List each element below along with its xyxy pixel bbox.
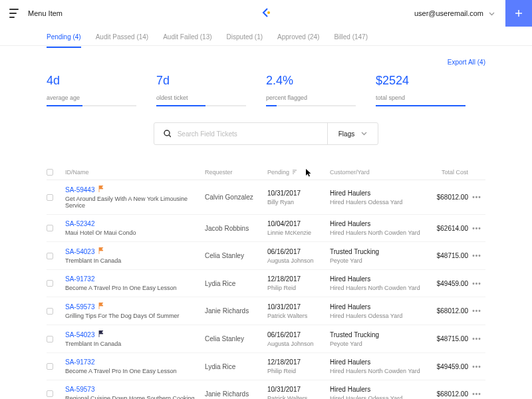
tab[interactable]: Pending (4): [47, 33, 81, 47]
ticket-id-link[interactable]: SA-91732: [65, 275, 94, 283]
requester: Celia Stanley: [205, 335, 267, 342]
tickets-table: ID/Name Requester Pending Customer/Yard …: [47, 165, 485, 399]
date: 12/18/2017: [267, 358, 330, 366]
col-id[interactable]: ID/Name: [65, 169, 205, 176]
cost: $68012.00: [426, 390, 468, 398]
table-row: SA-91732Become A Travel Pro In One Easy …: [47, 353, 485, 380]
ticket-id-link[interactable]: SA-59573: [65, 303, 94, 311]
ticket-name: Become A Travel Pro In One Easy Lesson: [65, 285, 205, 291]
table-row: SA-52342Maui Hotel Or Maui CondoJacob Ro…: [47, 215, 485, 242]
hamburger-menu-icon[interactable]: [9, 9, 19, 18]
customer: Hired Haulers: [330, 358, 426, 366]
tab[interactable]: Disputed (1): [227, 33, 263, 47]
assignee: Philip Reid: [267, 368, 330, 374]
row-actions-menu[interactable]: •••: [472, 280, 481, 287]
table-row: SA-59443Get Around Easily With A New Yor…: [47, 180, 485, 215]
yard: Hired Haulers Odessa Yard: [330, 313, 426, 319]
flag-icon: [98, 247, 104, 255]
tab[interactable]: Audit Passed (14): [96, 33, 149, 47]
table-row: SA-54023Tremblant In CanadaCelia Stanley…: [47, 242, 485, 270]
date: 06/16/2017: [267, 248, 330, 255]
chevron-down-icon: [361, 132, 367, 136]
customer: Hired Haulers: [330, 303, 426, 311]
cost: $49459.00: [426, 280, 468, 287]
yard: Hired Haulers North Cowden Yard: [330, 229, 426, 236]
flags-dropdown[interactable]: Flags: [327, 123, 378, 144]
ticket-id-link[interactable]: SA-59573: [65, 386, 94, 393]
requester: Jacob Robbins: [205, 225, 267, 232]
requester: Janie Richards: [205, 390, 267, 398]
stat-card: $2524total spend: [376, 74, 485, 106]
svg-point-1: [164, 130, 170, 136]
table-row: SA-91732Become A Travel Pro In One Easy …: [47, 270, 485, 297]
assignee: Linnie McKenzie: [267, 229, 330, 236]
row-actions-menu[interactable]: •••: [472, 307, 481, 315]
row-checkbox[interactable]: [47, 308, 53, 315]
col-pending[interactable]: Pending: [267, 169, 330, 176]
row-checkbox[interactable]: [47, 363, 53, 370]
requester: Lydia Rice: [205, 363, 267, 370]
assignee: Augusta Johnson: [267, 340, 330, 347]
requester: Calvin Gonzalez: [205, 194, 267, 201]
row-checkbox[interactable]: [47, 280, 53, 287]
table-row: SA-54023Tremblant In CanadaCelia Stanley…: [47, 325, 485, 353]
cost: $48715.00: [426, 335, 468, 342]
row-actions-menu[interactable]: •••: [472, 390, 481, 398]
ticket-id-link[interactable]: SA-54023: [65, 331, 94, 338]
cost: $62614.00: [426, 225, 468, 232]
search-input[interactable]: [178, 130, 318, 138]
tab[interactable]: Approved (24): [277, 33, 319, 47]
svg-point-0: [267, 11, 270, 14]
col-cost[interactable]: Total Cost: [426, 169, 468, 176]
ticket-id-link[interactable]: SA-54023: [65, 248, 94, 255]
yard: Peyote Yard: [330, 257, 426, 264]
date: 06/16/2017: [267, 331, 330, 338]
col-requester[interactable]: Requester: [205, 169, 267, 176]
user-email[interactable]: user@useremail.com: [414, 9, 483, 17]
flag-icon: [98, 331, 104, 338]
customer: Hired Haulers: [330, 220, 426, 227]
row-checkbox[interactable]: [47, 336, 53, 342]
col-customer[interactable]: Customer/Yard: [330, 169, 426, 176]
tab[interactable]: Billed (147): [334, 33, 368, 47]
row-actions-menu[interactable]: •••: [472, 363, 481, 370]
assignee: Augusta Johnson: [267, 257, 330, 264]
table-row: SA-59573Regional Cuisine Down Home South…: [47, 380, 485, 399]
row-checkbox[interactable]: [47, 253, 53, 259]
ticket-name: Become A Travel Pro In One Easy Lesson: [65, 368, 205, 374]
row-actions-menu[interactable]: •••: [472, 252, 481, 259]
app-logo: [260, 7, 272, 20]
ticket-id-link[interactable]: SA-52342: [65, 220, 94, 227]
row-checkbox[interactable]: [47, 194, 53, 201]
ticket-name: Get Around Easily With A New York Limous…: [65, 196, 205, 209]
select-all-checkbox[interactable]: [47, 169, 53, 176]
chevron-down-icon[interactable]: [489, 9, 495, 17]
tabs: Pending (4)Audit Passed (14)Audit Failed…: [0, 27, 532, 46]
date: 10/31/2017: [267, 190, 330, 197]
ticket-name: Tremblant In Canada: [65, 340, 205, 347]
row-checkbox[interactable]: [47, 225, 53, 231]
add-button[interactable]: [505, 0, 532, 27]
assignee: Patrick Walters: [267, 395, 330, 399]
customer: Hired Haulers: [330, 386, 426, 393]
requester: Janie Richards: [205, 307, 267, 315]
table-header: ID/Name Requester Pending Customer/Yard …: [47, 165, 485, 180]
menu-label: Menu Item: [28, 9, 63, 17]
ticket-id-link[interactable]: SA-59443: [65, 186, 94, 194]
stat-value: 4d: [47, 74, 136, 88]
row-actions-menu[interactable]: •••: [472, 225, 481, 232]
customer: Trusted Trucking: [330, 331, 426, 338]
customer: Hired Haulers: [330, 275, 426, 283]
ticket-id-link[interactable]: SA-91732: [65, 358, 94, 366]
yard: Hired Haulers North Cowden Yard: [330, 368, 426, 374]
row-actions-menu[interactable]: •••: [472, 194, 481, 201]
row-actions-menu[interactable]: •••: [472, 335, 481, 342]
yard: Hired Haulers Odessa Yard: [330, 395, 426, 399]
export-all-link[interactable]: Export All (4): [448, 59, 485, 66]
ticket-name: Maui Hotel Or Maui Condo: [65, 229, 205, 236]
ticket-name: Tremblant In Canada: [65, 257, 205, 264]
row-checkbox[interactable]: [47, 390, 53, 397]
stat-label: average age: [47, 94, 136, 101]
requester: Celia Stanley: [205, 252, 267, 259]
tab[interactable]: Audit Failed (13): [163, 33, 211, 47]
